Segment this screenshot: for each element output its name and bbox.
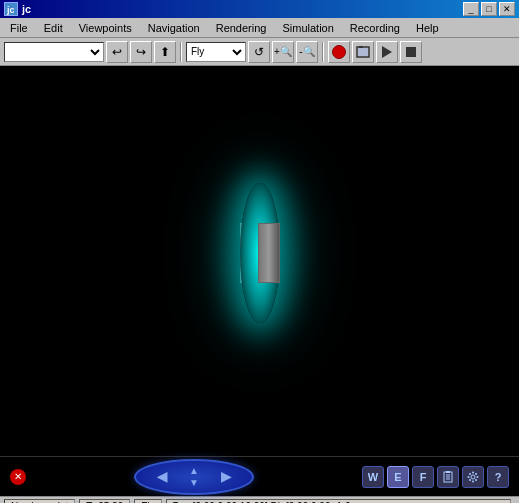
- status-time: T=25.30: [79, 499, 130, 504]
- nav-e-button[interactable]: E: [387, 466, 409, 488]
- minimize-button[interactable]: _: [463, 2, 479, 16]
- nav-help-button[interactable]: ?: [487, 466, 509, 488]
- svg-point-12: [472, 480, 474, 482]
- svg-point-10: [471, 475, 475, 479]
- nav-widget: ◀ ▲ ▼ ▶: [134, 459, 254, 495]
- zoom-in-button[interactable]: +🔍: [272, 41, 294, 63]
- app-icon: jc: [4, 2, 18, 16]
- menu-bar: File Edit Viewpoints Navigation Renderin…: [0, 18, 519, 38]
- nav-left-button[interactable]: ◀: [157, 469, 167, 484]
- svg-point-15: [469, 473, 471, 475]
- separator-2: [322, 42, 324, 62]
- svg-rect-3: [358, 48, 368, 56]
- menu-simulation[interactable]: Simulation: [274, 20, 341, 36]
- nav-center: ◀ ▲ ▼ ▶: [124, 459, 264, 495]
- close-button[interactable]: ✕: [499, 2, 515, 16]
- zoom-out-button[interactable]: -🔍: [296, 41, 318, 63]
- reset-button[interactable]: ↩: [106, 41, 128, 63]
- menu-file[interactable]: File: [2, 20, 36, 36]
- status-position: Pos:[0.00 0.00 10.00] Dir:[0.00 0.00 -1.…: [166, 499, 511, 504]
- viewpoint-select[interactable]: [4, 42, 104, 62]
- svg-rect-4: [359, 46, 363, 48]
- gear-icon: [467, 471, 479, 483]
- nav-right-button[interactable]: ▶: [221, 469, 231, 484]
- separator-1: [180, 42, 182, 62]
- status-bar: No viewpoint T=25.30 Fly Pos:[0.00 0.00 …: [0, 496, 519, 503]
- nav-close-icon: ✕: [14, 471, 22, 482]
- menu-viewpoints[interactable]: Viewpoints: [71, 20, 140, 36]
- fly-mode-select[interactable]: Fly Walk Examine Pan: [186, 42, 246, 62]
- svg-point-16: [475, 479, 477, 481]
- record-button[interactable]: [328, 41, 350, 63]
- svg-point-13: [468, 476, 470, 478]
- toolbar: ↩ ↪ ⬆ Fly Walk Examine Pan ↺ +🔍 -🔍: [0, 38, 519, 66]
- maximize-button[interactable]: □: [481, 2, 497, 16]
- nav-close-button[interactable]: ✕: [10, 469, 26, 485]
- status-mode: Fly: [134, 499, 161, 504]
- svg-point-18: [469, 479, 471, 481]
- svg-text:jc: jc: [6, 5, 15, 15]
- title-bar-left: jc jc: [4, 2, 31, 16]
- stop-icon: [406, 47, 416, 57]
- menu-rendering[interactable]: Rendering: [208, 20, 275, 36]
- svg-point-14: [477, 476, 479, 478]
- snapshot-icon: [356, 45, 370, 59]
- menu-recording[interactable]: Recording: [342, 20, 408, 36]
- title-bar: jc jc _ □ ✕: [0, 0, 519, 18]
- nav-clipboard-button[interactable]: [437, 466, 459, 488]
- clipboard-icon: [442, 471, 454, 483]
- play-button[interactable]: [376, 41, 398, 63]
- straighten-button[interactable]: ⬆: [154, 41, 176, 63]
- svg-rect-6: [446, 471, 450, 473]
- nav-up-button[interactable]: ▲: [189, 466, 199, 476]
- nav-up-down: ▲ ▼: [189, 466, 199, 488]
- nav-gear-button[interactable]: [462, 466, 484, 488]
- title-buttons: _ □ ✕: [463, 2, 515, 16]
- snapshot-button[interactable]: [352, 41, 374, 63]
- forward-button[interactable]: ↪: [130, 41, 152, 63]
- bottom-nav: ✕ ◀ ▲ ▼ ▶ W E F: [0, 456, 519, 496]
- nav-down-button[interactable]: ▼: [189, 478, 199, 488]
- nav-w-button[interactable]: W: [362, 466, 384, 488]
- panel-right: [258, 223, 280, 283]
- nav-f-button[interactable]: F: [412, 466, 434, 488]
- record-icon: [332, 45, 346, 59]
- play-icon: [382, 46, 392, 58]
- menu-edit[interactable]: Edit: [36, 20, 71, 36]
- status-viewpoint: No viewpoint: [4, 499, 75, 504]
- svg-point-17: [475, 473, 477, 475]
- nav-reset-button[interactable]: ↺: [248, 41, 270, 63]
- viewport[interactable]: [0, 66, 519, 456]
- scene-object: [230, 173, 290, 333]
- menu-help[interactable]: Help: [408, 20, 447, 36]
- menu-navigation[interactable]: Navigation: [140, 20, 208, 36]
- window-title: jc: [22, 3, 31, 15]
- nav-icons: W E F ?: [362, 466, 509, 488]
- svg-point-11: [472, 471, 474, 473]
- stop-button[interactable]: [400, 41, 422, 63]
